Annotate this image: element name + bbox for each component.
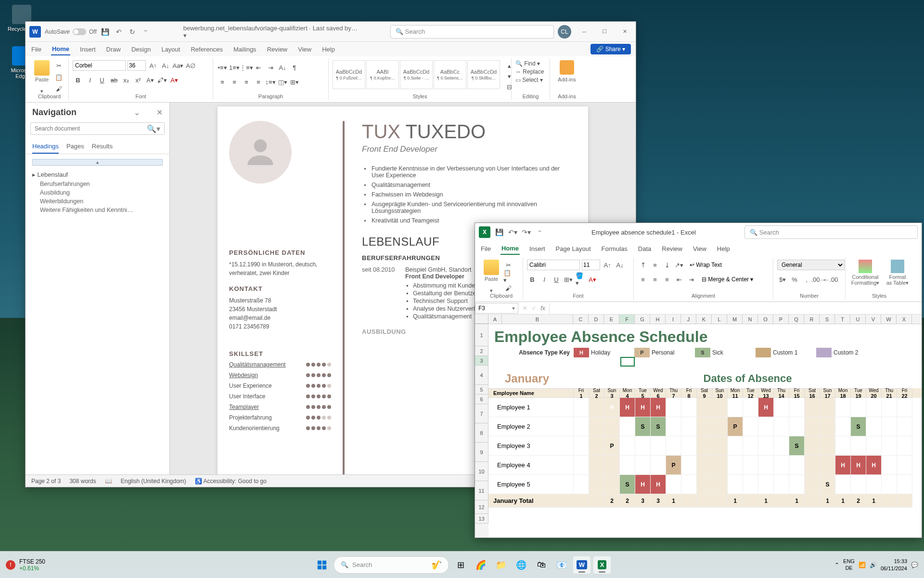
absence-cell[interactable] [805,436,820,456]
absence-cell[interactable] [805,475,820,494]
total-cell[interactable]: 2 [604,494,620,508]
row-header-12[interactable]: 12 [475,500,488,514]
nav-search-input[interactable] [35,125,147,132]
fx-icon[interactable]: fx [540,304,545,312]
absence-cell[interactable]: H [651,475,666,494]
absence-cell[interactable]: H [758,398,774,417]
borders-icon[interactable]: ⊞▾ [289,77,300,87]
absence-cell[interactable] [774,456,789,475]
ribbon-tab-draw[interactable]: Draw [105,44,122,55]
align-right-icon[interactable]: ≡ [241,77,252,87]
absence-cell[interactable] [774,475,789,494]
network-icon[interactable]: 📶 [859,562,866,568]
undo-icon[interactable]: ↶ [114,27,124,37]
status-spellcheck-icon[interactable]: 📖 [105,478,112,485]
ribbon-tab-home[interactable]: Home [500,243,520,255]
clock[interactable]: 15:33 06/11/2024 [881,558,907,572]
total-cell[interactable]: 1 [728,494,743,508]
absence-cell[interactable]: H [835,456,851,475]
select-button[interactable]: ▭ Select ▾ [515,77,543,83]
share-button[interactable]: 🔗 Share ▾ [590,44,631,54]
absence-cell[interactable] [712,456,728,475]
nav-chevron-icon[interactable]: ⌄ [134,108,140,117]
italic-button[interactable]: I [539,274,550,285]
employee-name-cell[interactable]: Employee 4 [488,456,574,475]
total-cell[interactable] [712,494,728,508]
absence-cell[interactable]: S [635,417,651,436]
clear-format-icon[interactable]: A∅ [185,60,196,71]
dec-indent-icon[interactable]: ⇤ [253,62,264,73]
absence-cell[interactable] [866,398,882,417]
status-lang[interactable]: English (United Kingdom) [121,478,186,485]
bold-button[interactable]: B [73,75,83,85]
row-header-13[interactable]: 13 [475,514,488,524]
save-icon[interactable]: 💾 [101,27,110,37]
absence-cell[interactable] [820,398,835,417]
maximize-button[interactable]: ☐ [597,25,612,39]
format-table-button[interactable]: Format as Table▾ [886,260,909,286]
nav-heading-item[interactable]: Weiterbildungen [32,197,163,206]
absence-cell[interactable] [589,475,604,494]
ribbon-tab-design[interactable]: Design [130,44,152,55]
font-color-icon[interactable]: A▾ [169,75,180,85]
absence-cell[interactable] [897,417,912,436]
absence-cell[interactable] [666,398,681,417]
absence-cell[interactable] [697,417,712,436]
absence-cell[interactable] [774,436,789,456]
col-header-I[interactable]: I [666,315,681,324]
undo-icon[interactable]: ↶▾ [508,227,517,237]
row-header-3[interactable]: 3 [475,356,488,366]
strike-button[interactable]: ab [109,75,119,85]
total-cell[interactable]: 2 [851,494,866,508]
absence-cell[interactable] [620,417,635,436]
paste-button[interactable]: Paste▾ [34,60,50,94]
volume-icon[interactable]: 🔊 [870,562,877,568]
shrink-font-icon[interactable]: A↓ [160,60,171,71]
absence-cell[interactable] [589,417,604,436]
number-format-select[interactable]: General [777,260,845,270]
grow-font-icon[interactable]: A↑ [602,260,613,270]
absence-cell[interactable] [897,475,912,494]
format-painter-icon[interactable]: 🖌 [503,283,513,293]
align-middle-icon[interactable]: ≡ [650,260,660,270]
absence-cell[interactable] [835,475,851,494]
align-right-icon[interactable]: ≡ [662,274,672,285]
absence-cell[interactable] [851,436,866,456]
redo-icon[interactable]: ↷▾ [521,227,531,237]
ribbon-tab-review[interactable]: Review [266,44,289,55]
absence-cell[interactable] [758,475,774,494]
row-header-11[interactable]: 11 [475,481,488,500]
absence-cell[interactable] [897,398,912,417]
style-item[interactable]: AaBbCcDd¶ 0.Skillbu… [467,60,500,89]
col-header-S[interactable]: S [820,315,835,324]
numbering-icon[interactable]: 1≡▾ [229,62,240,73]
word-search[interactable]: 🔍 Search [390,25,554,39]
total-cell[interactable] [697,494,712,508]
col-header-U[interactable]: U [850,315,866,324]
absence-cell[interactable]: H [635,475,651,494]
col-header-W[interactable]: W [881,315,897,324]
absence-cell[interactable] [758,436,774,456]
dec-decimal-icon[interactable]: ←.00 [825,274,836,285]
inc-indent-icon[interactable]: ⇥ [686,274,696,285]
status-a11y[interactable]: ♿ Accessibility: Good to go [195,478,267,485]
style-item[interactable]: AABI¶ 0.Kopfze… [366,60,399,89]
total-cell[interactable] [743,494,758,508]
cond-format-button[interactable]: Conditional Formatting▾ [849,260,881,286]
col-header-T[interactable]: T [835,315,850,324]
edge-taskbar-icon[interactable]: 🌐 [513,556,530,574]
absence-cell[interactable] [681,417,697,436]
replace-button[interactable]: ↔ Replace [515,68,544,75]
row-header-2[interactable]: 2 [475,346,488,356]
absence-cell[interactable] [666,475,681,494]
taskbar-widgets[interactable]: ! FTSE 250 +0.61% [6,558,45,572]
absence-cell[interactable] [635,436,651,456]
formula-input[interactable] [549,303,922,314]
total-cell[interactable] [897,494,912,508]
absence-cell[interactable] [589,398,604,417]
absence-cell[interactable] [574,475,589,494]
row-header-10[interactable]: 10 [475,462,488,481]
align-center-icon[interactable]: ≡ [650,274,660,285]
font-name-select[interactable] [527,260,580,270]
absence-cell[interactable] [697,398,712,417]
